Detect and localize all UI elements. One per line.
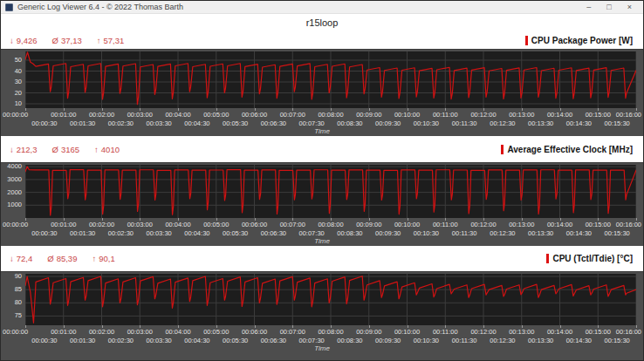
stat-min: ↓ 212,3: [10, 145, 38, 154]
x-tick-label: 00:03:00: [127, 111, 153, 119]
x-axis-title: Time: [314, 344, 330, 352]
x-axis-title: Time: [314, 237, 330, 245]
chart-canvas: [25, 165, 636, 218]
axis-tick-mark: [408, 218, 408, 221]
x-tick-label: 00:14:00: [547, 221, 572, 228]
min-arrow-icon: ↓: [10, 254, 14, 263]
chart-plot-temp[interactable]: [25, 274, 636, 325]
x-tick-label: 00:08:30: [337, 229, 362, 237]
x-tick-label: 00:13:00: [509, 328, 534, 336]
chart-legend-clock: Average Effective Clock [MHz]: [501, 145, 634, 154]
x-tick-label: 00:00:30: [31, 337, 57, 344]
axis-tick-mark: [560, 108, 561, 111]
x-tick-label: 00:09:30: [375, 229, 401, 237]
x-tick-label: 00:08:30: [337, 119, 362, 127]
title-bar[interactable]: Generic Log Viewer 6.4 - © 2022 Thomas B…: [1, 1, 643, 14]
axis-tick-mark: [255, 218, 256, 221]
minimize-button[interactable]: –: [586, 3, 591, 11]
stats-row-temp: ↓ 72,4 Ø 85,39 ↑ 90,1 CPU (Tctl/Tdie) [°…: [1, 246, 643, 271]
stats-group: ↓ 212,3 Ø 3165 ↑ 4010: [10, 145, 120, 154]
chart-canvas: [25, 51, 636, 108]
axis-tick-mark: [598, 218, 599, 221]
axis-tick-mark: [216, 108, 217, 111]
x-tick-label: 00:10:00: [394, 328, 420, 336]
x-axis: Time 00:00:0000:01:0000:02:0000:03:0000:…: [1, 218, 643, 246]
x-tick-label: 00:00:00: [3, 328, 28, 336]
axis-tick-mark: [369, 218, 370, 221]
stat-avg-value: 3165: [61, 145, 79, 154]
x-tick-label: 00:11:00: [433, 328, 458, 336]
x-tick-label: 00:02:00: [89, 111, 114, 119]
x-tick-label: 00:12:30: [490, 337, 515, 344]
axis-tick-mark: [292, 218, 293, 221]
x-tick-label: 00:11:30: [452, 119, 477, 127]
x-tick-label: 00:14:30: [566, 229, 592, 237]
x-tick-label: 00:04:00: [165, 111, 190, 119]
y-tick-label: 1000: [1, 201, 22, 208]
y-tick-label: 75: [1, 312, 22, 319]
x-tick-label: 00:02:30: [108, 119, 134, 127]
chart-panel-temp: Time 00:00:0000:01:0000:02:0000:03:0000:…: [1, 271, 643, 360]
axis-tick-mark: [178, 218, 179, 221]
x-tick-label: 00:00:30: [31, 119, 57, 127]
axis-tick-mark: [178, 108, 179, 111]
x-axis: Time 00:00:0000:01:0000:02:0000:03:0000:…: [1, 108, 643, 136]
x-tick-label: 00:10:30: [414, 119, 439, 127]
axis-tick-mark: [216, 325, 217, 328]
x-tick-label: 00:06:30: [261, 119, 286, 127]
axis-tick-mark: [445, 108, 446, 111]
x-tick-label: 00:16:00: [616, 328, 641, 336]
y-tick-label: 40: [1, 68, 22, 75]
axis-tick-mark: [140, 108, 140, 111]
x-tick-label: 00:11:00: [433, 221, 458, 228]
x-tick-label: 00:04:00: [165, 328, 190, 336]
max-arrow-icon: ↑: [94, 145, 99, 154]
axis-tick-mark: [369, 108, 370, 111]
x-tick-label: 00:13:30: [528, 229, 553, 237]
x-tick-label: 00:08:00: [318, 221, 343, 228]
close-button[interactable]: ×: [627, 3, 632, 11]
x-tick-label: 00:08:00: [318, 328, 343, 336]
y-tick-label: 10: [1, 100, 22, 107]
stats-row-power: ↓ 9,426 Ø 37,13 ↑ 57,31 CPU Package Powe…: [1, 31, 643, 49]
maximize-button[interactable]: □: [606, 3, 611, 11]
axis-tick-mark: [255, 325, 256, 328]
legend-color-bar: [501, 145, 504, 154]
stats-row-clock: ↓ 212,3 Ø 3165 ↑ 4010 Average Effective …: [1, 136, 643, 162]
axis-tick-mark: [445, 325, 446, 328]
stat-max-value: 57,31: [103, 36, 124, 45]
stat-max: ↑ 57,31: [97, 36, 125, 45]
stat-min-value: 212,3: [17, 145, 38, 154]
x-tick-label: 00:02:00: [89, 328, 114, 336]
axis-tick-mark: [331, 218, 332, 221]
chart-plot-power[interactable]: [25, 51, 636, 108]
axis-tick-mark: [64, 325, 65, 328]
axis-tick-mark: [483, 108, 484, 111]
window-controls: – □ ×: [586, 3, 639, 11]
x-axis-title: Time: [314, 127, 330, 135]
stat-max-value: 4010: [101, 145, 120, 154]
legend-color-bar: [525, 36, 528, 45]
axis-tick-mark: [598, 108, 599, 111]
x-tick-label: 00:10:30: [414, 337, 439, 344]
chart-plot-clock[interactable]: [25, 165, 636, 218]
x-tick-label: 00:06:30: [261, 229, 286, 237]
y-tick-label: 80: [1, 299, 22, 306]
max-arrow-icon: ↑: [92, 254, 96, 263]
x-tick-label: 00:16:00: [616, 221, 641, 228]
min-arrow-icon: ↓: [10, 36, 14, 45]
x-tick-label: 00:07:30: [299, 229, 325, 237]
stat-min-value: 9,426: [17, 36, 38, 45]
x-tick-label: 00:05:30: [223, 337, 248, 344]
x-tick-label: 00:05:00: [203, 111, 229, 119]
axis-tick-mark: [369, 325, 370, 328]
chart-legend-temp: CPU (Tctl/Tdie) [°C]: [546, 254, 634, 263]
x-tick-label: 00:03:00: [127, 328, 153, 336]
axis-tick-mark: [292, 325, 293, 328]
x-tick-label: 00:03:30: [147, 119, 172, 127]
x-tick-label: 00:03:30: [147, 337, 172, 344]
x-tick-label: 00:07:00: [280, 111, 305, 119]
axis-tick-mark: [331, 325, 332, 328]
x-tick-label: 00:01:30: [70, 337, 95, 344]
stat-max: ↑ 4010: [94, 145, 120, 154]
